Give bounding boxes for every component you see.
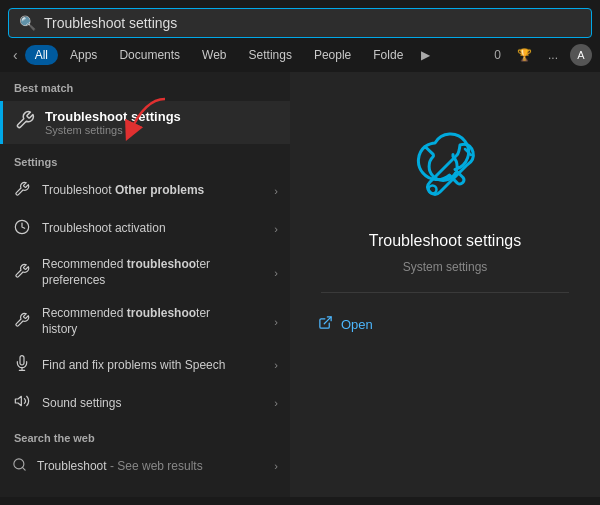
- open-label: Open: [341, 317, 373, 332]
- troubleshoot-activation-chevron: ›: [274, 223, 278, 235]
- list-item-troubleshoot-other[interactable]: Troubleshoot Other problems ›: [0, 172, 290, 210]
- tab-apps[interactable]: Apps: [60, 45, 107, 65]
- search-input[interactable]: [44, 15, 581, 31]
- main-content: Best match Troubleshoot settings System …: [0, 72, 600, 497]
- recommended-history-icon: [12, 312, 32, 332]
- best-match-text: Troubleshoot settings System settings: [45, 109, 181, 136]
- tab-settings[interactable]: Settings: [239, 45, 302, 65]
- web-search-query: Troubleshoot: [37, 459, 107, 473]
- right-panel: Troubleshoot settings System settings Op…: [290, 72, 600, 497]
- tab-right-area: 0 🏆 ... A: [490, 44, 592, 66]
- more-options[interactable]: ...: [544, 46, 562, 64]
- tab-all[interactable]: All: [25, 45, 58, 65]
- web-search-item[interactable]: Troubleshoot - See web results ›: [0, 448, 290, 484]
- recommended-prefs-text: Recommended troubleshooterpreferences: [42, 257, 264, 288]
- search-bar: 🔍: [8, 8, 592, 38]
- right-icon-area: [395, 122, 495, 222]
- tab-people[interactable]: People: [304, 45, 361, 65]
- best-match-icon: [15, 110, 35, 135]
- best-match-title-plain: Troubleshoot: [45, 109, 127, 124]
- sound-text: Sound settings: [42, 396, 264, 412]
- svg-point-6: [429, 186, 437, 194]
- list-item-speech[interactable]: Find and fix problems with Speech ›: [0, 346, 290, 384]
- web-search-chevron: ›: [274, 460, 278, 472]
- right-title: Troubleshoot settings: [369, 232, 521, 250]
- recommended-history-text: Recommended troubleshooterhistory: [42, 306, 264, 337]
- best-match-label: Best match: [0, 72, 290, 99]
- troubleshoot-activation-icon: [12, 219, 32, 239]
- speech-text: Find and fix problems with Speech: [42, 358, 264, 374]
- open-icon: [318, 315, 333, 333]
- back-button[interactable]: ‹: [8, 44, 23, 66]
- best-match-title-bold: settings: [127, 109, 180, 124]
- web-search-suffix: - See web results: [107, 459, 203, 473]
- tab-documents[interactable]: Documents: [109, 45, 190, 65]
- filter-tabs: ‹ All Apps Documents Web Settings People…: [0, 44, 600, 72]
- web-search-label: Search the web: [0, 422, 290, 448]
- list-item-recommended-prefs[interactable]: Recommended troubleshooterpreferences ›: [0, 248, 290, 297]
- web-search-text: Troubleshoot - See web results: [37, 459, 203, 473]
- list-item-recommended-history[interactable]: Recommended troubleshooterhistory ›: [0, 297, 290, 346]
- search-icon: 🔍: [19, 15, 36, 31]
- sound-chevron: ›: [274, 397, 278, 409]
- best-match-title: Troubleshoot settings: [45, 109, 181, 124]
- right-subtitle: System settings: [403, 260, 488, 274]
- left-panel: Best match Troubleshoot settings System …: [0, 72, 290, 497]
- svg-marker-3: [15, 397, 21, 406]
- troubleshoot-other-chevron: ›: [274, 185, 278, 197]
- right-divider: [321, 292, 569, 293]
- recommended-prefs-icon: [12, 263, 32, 283]
- svg-line-8: [324, 317, 331, 324]
- recommended-history-chevron: ›: [274, 316, 278, 328]
- best-match-item[interactable]: Troubleshoot settings System settings: [0, 101, 290, 144]
- result-count: 0: [490, 46, 505, 64]
- tab-more-play[interactable]: ▶: [417, 46, 434, 64]
- troubleshoot-other-text: Troubleshoot Other problems: [42, 183, 264, 199]
- troubleshoot-other-icon: [12, 181, 32, 201]
- sound-icon: [12, 393, 32, 413]
- speech-icon: [12, 355, 32, 375]
- trophey-icon: 🏆: [513, 46, 536, 64]
- list-item-sound[interactable]: Sound settings ›: [0, 384, 290, 422]
- avatar[interactable]: A: [570, 44, 592, 66]
- svg-line-5: [22, 468, 25, 471]
- settings-section-label: Settings: [0, 146, 290, 172]
- list-item-troubleshoot-activation[interactable]: Troubleshoot activation ›: [0, 210, 290, 248]
- tab-folders[interactable]: Folde: [363, 45, 413, 65]
- recommended-prefs-chevron: ›: [274, 267, 278, 279]
- web-search-icon: [12, 457, 27, 475]
- best-match-subtitle: System settings: [45, 124, 181, 136]
- tab-web[interactable]: Web: [192, 45, 236, 65]
- open-button[interactable]: Open: [310, 311, 381, 337]
- speech-chevron: ›: [274, 359, 278, 371]
- troubleshoot-activation-text: Troubleshoot activation: [42, 221, 264, 237]
